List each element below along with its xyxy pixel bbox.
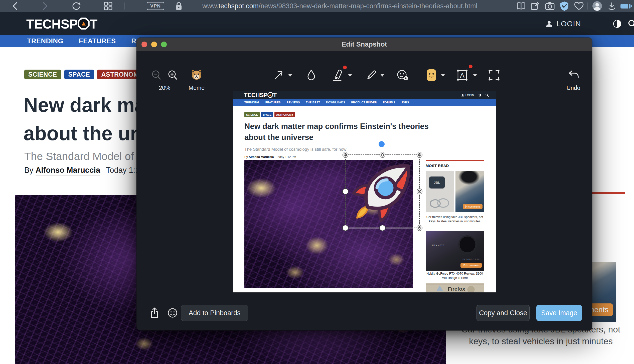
mini-site-nav: TRENDINGFEATURES REVIEWSTHE BEST DOWNLOA… [233, 99, 496, 106]
heart-icon[interactable] [572, 0, 585, 12]
zoom-out-tool[interactable] [149, 67, 164, 83]
logo-o-icon [78, 18, 90, 30]
text-tool[interactable]: A [455, 67, 470, 83]
sticker-selection-box[interactable] [345, 154, 420, 228]
browser-toolbar: VPN www.techspot.com/news/98303-new-dark… [0, 0, 634, 12]
meme-tool[interactable] [189, 67, 204, 83]
mini-article-title: New dark matter map confirms Einstein's … [244, 121, 445, 143]
handle-top-left[interactable] [343, 152, 348, 157]
modal-title: Edit Snapshot [136, 38, 592, 51]
article-badges: SCIENCE SPACE ASTRONOMY [24, 70, 147, 79]
handle-mid-right[interactable] [417, 189, 422, 194]
url-domain: techspot.com [219, 2, 259, 10]
vpn-badge[interactable]: VPN [147, 2, 164, 10]
face-blur-tool[interactable] [395, 67, 410, 83]
dog-icon [190, 69, 203, 81]
toolbar-separator-2 [587, 3, 588, 10]
text-tool-badge-dot [469, 65, 472, 68]
profile-avatar[interactable] [591, 0, 603, 12]
crop-selection-tool[interactable] [487, 67, 502, 83]
toolbar-separator [124, 3, 125, 10]
mini-most-read-divider [426, 160, 484, 161]
reader-book-icon[interactable] [515, 0, 527, 12]
modal-titlebar: Edit Snapshot [136, 38, 592, 51]
zoom-in-tool[interactable] [165, 67, 180, 83]
zoom-level-label: 20% [149, 85, 180, 91]
highlighter-tool[interactable] [330, 67, 345, 83]
pencil-tool[interactable] [364, 67, 379, 83]
add-to-pinboards-button[interactable]: Add to Pinboards [181, 305, 248, 321]
nav-trending[interactable]: TRENDING [27, 37, 63, 45]
handle-mid-left[interactable] [343, 189, 348, 194]
text-tool-caret[interactable] [473, 74, 477, 77]
mini-article-badges: SCIENCE SPACE ASTRONOMY [244, 112, 295, 117]
blur-drop-tool[interactable] [304, 67, 319, 83]
undo-button[interactable] [566, 67, 581, 83]
emoji-sticker-caret[interactable] [441, 74, 445, 77]
address-bar[interactable]: www.techspot.com/news/98303-new-dark-mat… [202, 0, 477, 12]
highlighter-badge-dot [343, 66, 347, 69]
reload-icon[interactable] [70, 0, 82, 12]
handle-top-center[interactable] [380, 152, 385, 157]
tab-overview-icon[interactable] [102, 0, 114, 12]
arrow-tool-caret[interactable] [288, 74, 292, 77]
downloads-icon[interactable] [605, 0, 618, 12]
sticker-rotate-handle[interactable] [379, 141, 385, 147]
save-image-button[interactable]: Save Image [536, 305, 582, 321]
dark-mode-toggle[interactable] [613, 12, 621, 35]
battery-icon [620, 4, 630, 9]
search-icon[interactable] [627, 12, 634, 35]
handle-bottom-center[interactable] [380, 225, 385, 231]
meme-tool-label: Meme [185, 85, 208, 91]
mini-site-header: TECHSPT LOGIN [233, 91, 496, 99]
techspot-logo[interactable]: TECHSPT [26, 17, 97, 32]
handle-top-right[interactable] [417, 152, 422, 157]
mini-most-read-caption-1: Car thieves using fake JBL speakers, not… [426, 215, 484, 224]
handle-bottom-left[interactable] [343, 225, 348, 231]
mini-article-byline: By Alfonso Maruccia Today 1:12 PM [244, 155, 296, 159]
badge-science[interactable]: SCIENCE [24, 70, 61, 79]
mini-circuit-photo: 24 comments [455, 171, 484, 212]
author-link[interactable]: Alfonso Maruccia [36, 166, 100, 176]
shield-check-icon[interactable] [558, 0, 571, 12]
camera-icon[interactable] [543, 0, 556, 12]
mini-article-subtitle: The Standard Model of cosmology is still… [244, 147, 346, 152]
login-button[interactable]: LOGIN [545, 12, 581, 35]
user-icon [545, 20, 553, 28]
emoji-sticker-tool[interactable] [424, 67, 439, 83]
arrow-tool[interactable] [271, 67, 286, 83]
badge-space[interactable]: SPACE [64, 70, 94, 79]
forward-icon[interactable] [40, 0, 51, 12]
undo-label: Undo [562, 85, 585, 91]
svg-text:A: A [460, 72, 464, 79]
mini-login: LOGIN [461, 94, 474, 97]
edit-snapshot-modal: Edit Snapshot 20% Meme [136, 38, 592, 330]
copy-and-close-button[interactable]: Copy and Close [477, 305, 530, 321]
mini-jbl-photo: JBL [426, 171, 454, 212]
mini-firefox-photo: Firefox [426, 283, 484, 292]
url-path: /news/98303-new-dark-matter-map-confirms… [259, 2, 477, 10]
mini-rtx-photo: RTX 4070 GEFORCE RTX 101 comments [426, 231, 484, 271]
mini-logo-o-icon [267, 92, 273, 98]
mini-comments-badge-1: 24 comments [463, 204, 483, 209]
handle-bottom-right[interactable] [417, 225, 422, 231]
nav-features[interactable]: FEATURES [79, 37, 116, 45]
pencil-caret[interactable] [380, 74, 384, 77]
url-prefix: www. [202, 2, 219, 10]
highlighter-caret[interactable] [348, 74, 352, 77]
lock-icon [173, 0, 184, 12]
emoji-reaction-button[interactable] [165, 305, 181, 321]
mini-most-read-heading: MOST READ [426, 163, 484, 168]
mini-comments-badge-2: 101 comments [460, 263, 482, 268]
mini-most-read-caption-2: Nvidia GeForce RTX 4070 Review: $600 Mid… [426, 272, 484, 280]
mini-darkmode-icon [478, 94, 481, 97]
site-header: TECHSPT LOGIN [0, 12, 634, 35]
screen: VPN www.techspot.com/news/98303-new-dark… [0, 0, 634, 364]
pin-icon[interactable] [529, 0, 541, 12]
mini-search-icon [485, 93, 489, 97]
share-button[interactable] [146, 305, 163, 321]
mini-most-read-images: JBL 24 comments [426, 171, 484, 212]
back-icon[interactable] [10, 0, 21, 12]
